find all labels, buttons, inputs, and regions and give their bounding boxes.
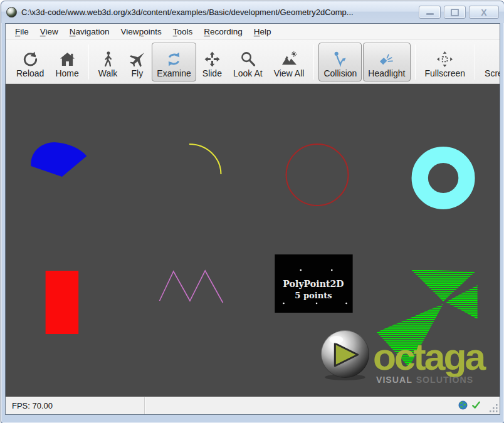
toolbar-button-label: Headlight [368, 68, 405, 79]
toolbar-button-label: Walk [98, 68, 118, 79]
logo-wordmark: octaga [373, 335, 486, 378]
collision-button[interactable]: Collision [318, 43, 362, 81]
fps-indicator: FPS: 70.00 [6, 397, 145, 414]
toolbar-button-label: Examine [157, 68, 191, 79]
polyline2d-magenta [159, 271, 223, 303]
menu-bar: FileViewNavigationViewpointsToolsRecordi… [6, 24, 500, 40]
viewport-3d-canvas[interactable]: PolyPoint2D5 pointsoctagaVISUALSOLUTIONS [6, 84, 500, 397]
polypoint2d-point [300, 269, 302, 271]
toolbar-button-label: Slide [202, 68, 222, 79]
minimize-icon [426, 13, 434, 15]
screenshot-button[interactable]: Screenshot [480, 43, 500, 81]
polypoint2d-point [316, 303, 318, 305]
headlight-button[interactable]: Headlight [363, 43, 410, 81]
home-button[interactable]: Home [50, 43, 83, 81]
disk2d-cyan [420, 155, 467, 201]
close-button[interactable]: X [469, 6, 499, 19]
headlight-icon [378, 50, 395, 68]
resize-grip[interactable] [490, 404, 498, 413]
window-title: C:\x3d-code/www.web3d.org/x3d/content/ex… [21, 8, 414, 17]
rectangle2d-red [46, 271, 79, 334]
logo-tagline-visual: VISUAL [376, 375, 412, 385]
polypoint2d-title: PolyPoint2D [283, 279, 344, 289]
polypoint2d-point [283, 303, 285, 305]
polypoint2d-point [331, 269, 333, 271]
view-all-button[interactable]: View All [269, 43, 310, 81]
toolbar: ReloadHomeWalkFlyExamineSlideLook AtView… [6, 40, 500, 84]
screenshot-icon [498, 50, 500, 68]
app-icon [6, 7, 17, 18]
maximize-button[interactable] [444, 6, 466, 19]
titlebar[interactable]: C:\x3d-code/www.web3d.org/x3d/content/ex… [1, 1, 504, 23]
menu-tools[interactable]: Tools [167, 25, 199, 38]
check-icon [471, 400, 481, 411]
menu-file[interactable]: File [9, 25, 34, 38]
toolbar-button-label: Screenshot [485, 68, 500, 79]
examine-icon [165, 50, 182, 68]
circle2d-red [286, 144, 349, 206]
reload-button[interactable]: Reload [11, 43, 49, 81]
menu-recording[interactable]: Recording [198, 25, 248, 38]
logo-sphere-highlight [329, 336, 343, 343]
octaga-player-window: C:\x3d-code/www.web3d.org/x3d/content/ex… [1, 1, 504, 423]
app-frame: FileViewNavigationViewpointsToolsRecordi… [5, 23, 500, 415]
fly-icon [129, 50, 145, 68]
menu-viewpoints[interactable]: Viewpoints [115, 25, 167, 38]
toolbar-button-label: Collision [323, 68, 357, 79]
examine-button[interactable]: Examine [152, 43, 196, 81]
toolbar-button-label: Fullscreen [425, 68, 466, 79]
viewall-icon [281, 50, 298, 68]
arc2d-yellow [189, 144, 221, 174]
menu-help[interactable]: Help [248, 25, 277, 38]
scene-svg: PolyPoint2D5 pointsoctagaVISUALSOLUTIONS [6, 84, 500, 397]
toolbar-button-label: Home [55, 68, 78, 79]
logo-tagline-solutions: SOLUTIONS [416, 375, 474, 385]
toolbar-button-label: Reload [16, 68, 44, 79]
toolbar-separator [313, 44, 314, 80]
polypoint2d-point [345, 303, 347, 305]
look-at-button[interactable]: Look At [228, 43, 268, 81]
globe-icon [458, 400, 468, 412]
slide-icon [204, 50, 221, 68]
menu-view[interactable]: View [34, 25, 64, 38]
fly-button[interactable]: Fly [123, 43, 150, 81]
slide-button[interactable]: Slide [197, 43, 227, 81]
toolbar-button-label: Fly [131, 68, 143, 79]
toolbar-button-label: View All [274, 68, 305, 79]
menu-navigation[interactable]: Navigation [64, 25, 115, 38]
walk-button[interactable]: Walk [93, 43, 123, 81]
home-icon [59, 50, 76, 68]
toolbar-button-label: Look At [233, 68, 263, 79]
toolbar-separator [88, 44, 89, 80]
toolbar-separator [415, 44, 416, 80]
reload-icon [22, 50, 39, 68]
arcclose2d-blue-pie [31, 142, 87, 177]
polypoint2d-subtitle: 5 points [295, 291, 332, 300]
maximize-icon [451, 9, 459, 16]
walk-icon [100, 50, 117, 68]
fullscreen-icon [436, 50, 453, 68]
collision-icon [332, 50, 349, 68]
fullscreen-button[interactable]: Fullscreen [420, 43, 471, 81]
toolbar-separator [475, 44, 475, 80]
lookat-icon [239, 50, 256, 68]
status-bar: FPS: 70.00 [6, 397, 500, 414]
minimize-button[interactable] [419, 6, 441, 19]
